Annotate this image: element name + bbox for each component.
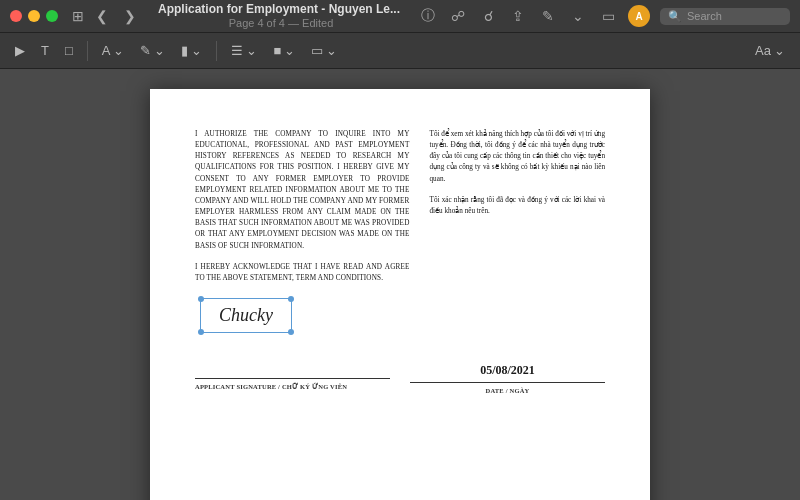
chevron-aa-icon: ⌄ [774, 43, 785, 58]
chevron-annotation-icon: ⌄ [154, 43, 165, 58]
left-paragraph-2: I HEREBY ACKNOWLEDGE THAT I HAVE READ AN… [195, 262, 410, 284]
left-paragraph-1: I AUTHORIZE THE COMPANY TO INQUIRE INTO … [195, 129, 410, 252]
signature-image: Chucky [211, 303, 281, 327]
list-icon: ☰ [231, 43, 243, 58]
traffic-lights [10, 10, 58, 22]
list-btn[interactable]: ☰ ⌄ [226, 40, 262, 61]
box-tool[interactable]: □ [60, 40, 78, 61]
toolbar-right: Aa ⌄ [750, 40, 790, 61]
annotation-icon: ✎ [140, 43, 151, 58]
right-paragraph-1: Tôi để xem xét khả năng thích hợp của tô… [430, 129, 606, 185]
maximize-button[interactable] [46, 10, 58, 22]
bottom-section: APPLICANT SIGNATURE / CHỮ KÝ ỨNG VIÊN 05… [195, 363, 605, 394]
chevron-left-icon[interactable]: ❮ [92, 8, 112, 24]
info-icon[interactable]: ⓘ [418, 7, 438, 25]
user-avatar-button[interactable]: A [628, 5, 650, 27]
close-button[interactable] [10, 10, 22, 22]
signature-box[interactable]: Chucky [200, 298, 292, 333]
signature-label: APPLICANT SIGNATURE / CHỮ KÝ ỨNG VIÊN [195, 383, 390, 391]
right-column: Tôi để xem xét khả năng thích hợp của tô… [430, 129, 606, 333]
chevron-small-icon: ⌄ [113, 43, 124, 58]
titlebar-left: ⊞ ❮ ❯ [66, 8, 140, 24]
acknowledge-section: I HEREBY ACKNOWLEDGE THAT I HAVE READ AN… [195, 262, 410, 333]
zoom-in-icon[interactable]: ☍ [448, 8, 468, 24]
document-page: I AUTHORIZE THE COMPANY TO INQUIRE INTO … [150, 89, 650, 500]
titlebar: ⊞ ❮ ❯ Application for Employment - Nguye… [0, 0, 800, 33]
pen-icon[interactable]: ✎ [538, 8, 558, 24]
titlebar-actions: ⓘ ☍ ☌ ⇪ ✎ ⌄ ▭ A 🔍 [418, 5, 790, 27]
signature-line [195, 363, 390, 379]
zoom-out-icon[interactable]: ☌ [478, 8, 498, 24]
highlight-btn[interactable]: ▮ ⌄ [176, 40, 207, 61]
right-paragraph-2: Tôi xác nhận rằng tôi đã đọc và đồng ý v… [430, 195, 606, 217]
applicant-signature-section: APPLICANT SIGNATURE / CHỮ KÝ ỨNG VIÊN [195, 363, 390, 394]
chevron-right-icon[interactable]: ❯ [120, 8, 140, 24]
chevron-list-icon: ⌄ [246, 43, 257, 58]
font-size-btn[interactable]: Aa ⌄ [750, 40, 790, 61]
search-box[interactable]: 🔍 [660, 8, 790, 25]
sig-corner-bl-dot [198, 329, 204, 335]
chevron-highlight-icon: ⌄ [191, 43, 202, 58]
chevron-stroke-icon: ⌄ [326, 43, 337, 58]
format-btn[interactable]: ■ ⌄ [268, 40, 300, 61]
titlebar-title: Application for Employment - Nguyen Le..… [148, 2, 410, 30]
highlight-icon: ▮ [181, 43, 188, 58]
minimize-button[interactable] [28, 10, 40, 22]
doc-content: I AUTHORIZE THE COMPANY TO INQUIRE INTO … [195, 129, 605, 333]
aa-label: Aa [755, 43, 771, 58]
share-icon[interactable]: ⇪ [508, 8, 528, 24]
stroke-btn[interactable]: ▭ ⌄ [306, 40, 342, 61]
document-area: I AUTHORIZE THE COMPANY TO INQUIRE INTO … [0, 69, 800, 500]
text-tool[interactable]: T [36, 40, 54, 61]
toolbar-sep-2 [216, 41, 217, 61]
text-label: A [102, 43, 111, 58]
sidebar-toggle-icon[interactable]: ⊞ [72, 8, 84, 24]
chevron-down-icon[interactable]: ⌄ [568, 8, 588, 24]
toolbar: ▶ T □ A ⌄ ✎ ⌄ ▮ ⌄ ☰ ⌄ ■ ⌄ ▭ ⌄ Aa ⌄ [0, 33, 800, 69]
search-icon: 🔍 [668, 10, 682, 23]
date-label: DATE / NGÀY [410, 387, 605, 394]
left-column: I AUTHORIZE THE COMPANY TO INQUIRE INTO … [195, 129, 410, 333]
crop-icon[interactable]: ▭ [598, 8, 618, 24]
format-icon: ■ [273, 43, 281, 58]
text-mode-btn[interactable]: A ⌄ [97, 40, 130, 61]
cursor-tool[interactable]: ▶ [10, 40, 30, 61]
stroke-icon: ▭ [311, 43, 323, 58]
date-section: 05/08/2021 DATE / NGÀY [410, 363, 605, 394]
annotation-btn[interactable]: ✎ ⌄ [135, 40, 170, 61]
doc-info: Page 4 of 4 — Edited [229, 17, 334, 29]
search-input[interactable] [687, 10, 782, 22]
toolbar-sep-1 [87, 41, 88, 61]
doc-title: Application for Employment - Nguyen Le..… [158, 2, 400, 16]
chevron-format-icon: ⌄ [284, 43, 295, 58]
date-value: 05/08/2021 [410, 363, 605, 383]
sig-corner-tr-dot [288, 296, 294, 302]
